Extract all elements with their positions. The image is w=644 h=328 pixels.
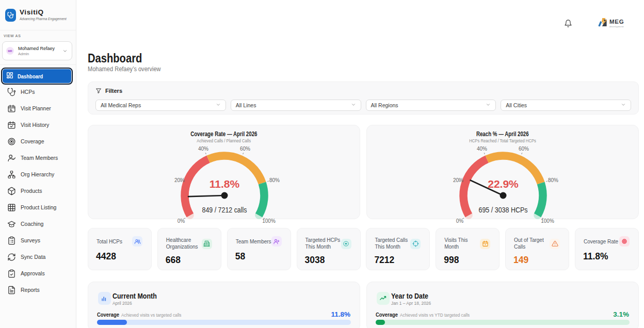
- svg-text:100%: 100%: [541, 218, 554, 224]
- svg-text:40%: 40%: [198, 146, 208, 152]
- svg-text:80%: 80%: [548, 177, 558, 183]
- svg-text:0%: 0%: [456, 218, 464, 224]
- svg-text:11.8%: 11.8%: [210, 178, 240, 190]
- svg-text:20%: 20%: [174, 177, 185, 183]
- svg-text:60%: 60%: [519, 146, 529, 152]
- svg-text:695 / 3038 HCPs: 695 / 3038 HCPs: [479, 206, 528, 214]
- svg-text:100%: 100%: [262, 218, 276, 224]
- svg-text:20%: 20%: [453, 177, 463, 183]
- svg-text:0%: 0%: [178, 218, 185, 224]
- svg-text:60%: 60%: [240, 146, 250, 152]
- svg-text:22.9%: 22.9%: [488, 178, 519, 190]
- svg-text:849 / 7212 calls: 849 / 7212 calls: [202, 206, 247, 214]
- svg-text:80%: 80%: [269, 177, 280, 183]
- svg-text:40%: 40%: [477, 146, 487, 152]
